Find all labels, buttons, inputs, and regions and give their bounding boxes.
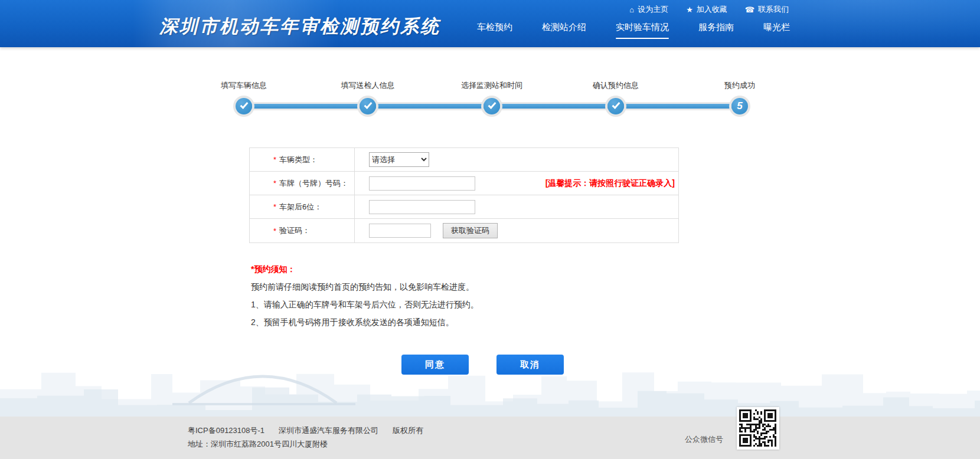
checkmark [488,100,496,109]
city-skyline-image [0,331,980,417]
add-favorite-link[interactable]: ★ 加入收藏 [686,4,727,15]
header: ⌂ 设为主页 ★ 加入收藏 ☎ 联系我们 深圳市机动车年审检测预约系统 车检预约… [0,0,980,47]
topbar: ⌂ 设为主页 ★ 加入收藏 ☎ 联系我们 [629,4,789,15]
notice-line: 1、请输入正确的车牌号和车架号后六位，否则无法进行预约。 [251,299,676,310]
captcha-input[interactable] [369,224,431,238]
phone-icon: ☎ [745,6,754,14]
check-icon [236,98,252,114]
nav-item-exposure-column[interactable]: 曝光栏 [763,21,790,39]
step-number: 5 [731,98,748,114]
cancel-button[interactable]: 取消 [496,355,564,375]
plate-number-hint: [温馨提示：请按照行驶证正确录入] [545,178,678,189]
form-row-vehicle-type: * 车辆类型： 请选择 [250,148,678,172]
form-row-plate-number: * 车牌（号牌）号码： [温馨提示：请按照行驶证正确录入] [250,172,678,195]
required-asterisk: * [273,155,276,164]
required-asterisk: * [273,179,276,188]
checkmark [364,100,372,109]
get-captcha-button[interactable]: 获取验证码 [443,223,498,238]
contact-us-label: 联系我们 [758,4,789,15]
agree-button[interactable]: 同意 [401,355,469,375]
notice-line: 预约前请仔细阅读预约首页的预约告知，以免影响车检进度。 [251,281,676,293]
set-homepage-label: 设为主页 [638,4,668,15]
add-favorite-label: 加入收藏 [697,4,727,15]
required-asterisk: * [273,227,276,235]
required-asterisk: * [273,202,276,211]
bridge-arch [189,376,337,403]
step-label: 预约成功 [724,80,755,91]
vin-last6-label-cell: * 车架后6位： [250,195,355,218]
vehicle-type-field-cell: 请选择 [355,148,678,171]
notice-line: 2、预留手机号码将用于接收系统发送的各项通知短信。 [251,316,676,328]
booking-form-table: * 车辆类型： 请选择 * 车牌（号牌）号码： [温馨提示：请按照行驶证正确录入… [249,147,679,243]
check-icon [360,98,376,114]
plate-number-label-cell: * 车牌（号牌）号码： [250,172,355,195]
checkmark [612,100,620,109]
wechat-qr-code [737,407,779,450]
nav-item-realtime-inspection-status[interactable]: 实时验车情况 [616,21,669,39]
check-icon [484,98,500,114]
step-label: 确认预约信息 [593,80,639,91]
checkmark [240,100,248,109]
step-label: 填写车辆信息 [221,80,267,91]
step-label: 填写送检人信息 [341,80,395,91]
vin-last6-input[interactable] [369,200,475,214]
step-5-circle: 5 [731,98,748,114]
footer: 粤ICP备09123108号-1深圳市通盛汽车服务有限公司版权所有 地址：深圳市… [0,417,980,459]
site-title: 深圳市机动车年审检测预约系统 [159,14,440,39]
star-icon: ★ [686,6,693,14]
plate-number-field-cell: [温馨提示：请按照行驶证正确录入] [355,172,678,195]
footer-text: 粤ICP备09123108号-1深圳市通盛汽车服务有限公司版权所有 地址：深圳市… [188,424,423,451]
plate-number-input[interactable] [369,176,475,191]
footer-address-line: 地址：深圳市红荔路2001号四川大厦附楼 [188,437,423,451]
progress-steps: 填写车辆信息 填写送检人信息 选择监测站和时间 确认预约信息 预约成功 5 [161,77,793,124]
captcha-label-cell: * 验证码： [250,219,355,242]
icp-number: 粤ICP备09123108号-1 [188,426,264,435]
captcha-label: 验证码： [279,225,310,236]
wechat-account-label: 公众微信号 [685,434,723,445]
booking-notice: *预约须知： 预约前请仔细阅读预约首页的预约告知，以免影响车检进度。 1、请输入… [251,263,676,334]
vin-last6-field-cell [355,195,678,218]
contact-us-link[interactable]: ☎ 联系我们 [745,4,789,15]
form-row-vin-last6: * 车架后6位： [250,195,678,219]
qr-code-image [739,409,776,447]
check-icon [607,98,624,114]
set-homepage-link[interactable]: ⌂ 设为主页 [629,4,668,15]
vehicle-type-label: 车辆类型： [279,155,318,165]
vehicle-type-label-cell: * 车辆类型： [250,148,355,171]
vin-last6-label: 车架后6位： [279,202,322,212]
captcha-field-cell: 获取验证码 [355,219,678,242]
plate-number-label: 车牌（号牌）号码： [279,178,348,189]
vehicle-type-select[interactable]: 请选择 [369,152,429,167]
nav-item-service-guide[interactable]: 服务指南 [698,21,734,39]
notice-title: *预约须知： [251,263,676,275]
page: ⌂ 设为主页 ★ 加入收藏 ☎ 联系我们 深圳市机动车年审检测预约系统 车检预约… [0,0,980,459]
nav-item-vehicle-inspection-booking[interactable]: 车检预约 [477,21,512,39]
nav-item-station-intro[interactable]: 检测站介绍 [542,21,586,39]
form-row-captcha: * 验证码： 获取验证码 [250,219,678,242]
home-icon: ⌂ [629,6,634,14]
footer-copyright-line: 粤ICP备09123108号-1深圳市通盛汽车服务有限公司版权所有 [188,424,423,437]
step-label: 选择监测站和时间 [461,80,522,91]
main-nav: 车检预约 检测站介绍 实时验车情况 服务指南 曝光栏 [477,21,790,39]
company-name: 深圳市通盛汽车服务有限公司 [279,426,378,435]
rights-label: 版权所有 [393,426,423,435]
